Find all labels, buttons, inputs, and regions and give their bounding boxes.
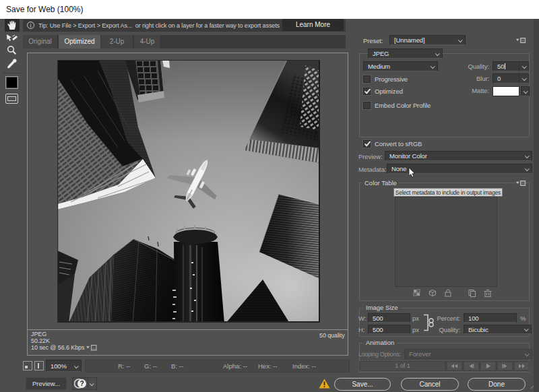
svg-text:?: ? xyxy=(80,380,84,387)
